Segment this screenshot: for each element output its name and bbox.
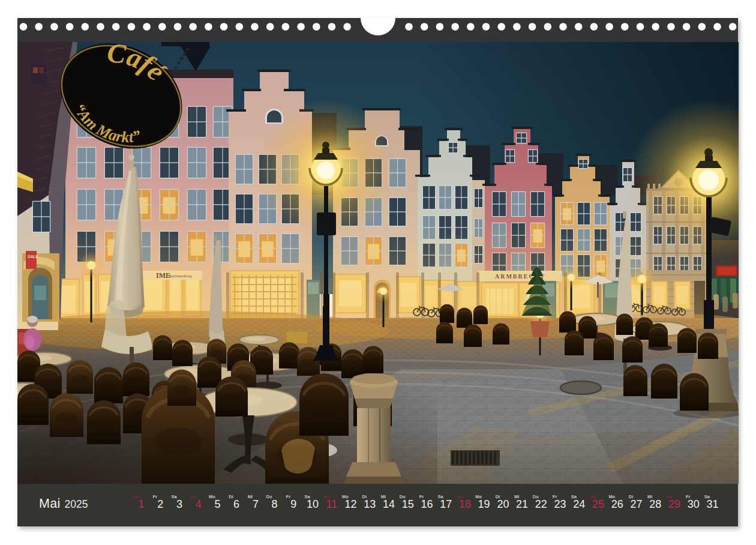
svg-text:SALE: SALE — [28, 254, 38, 259]
